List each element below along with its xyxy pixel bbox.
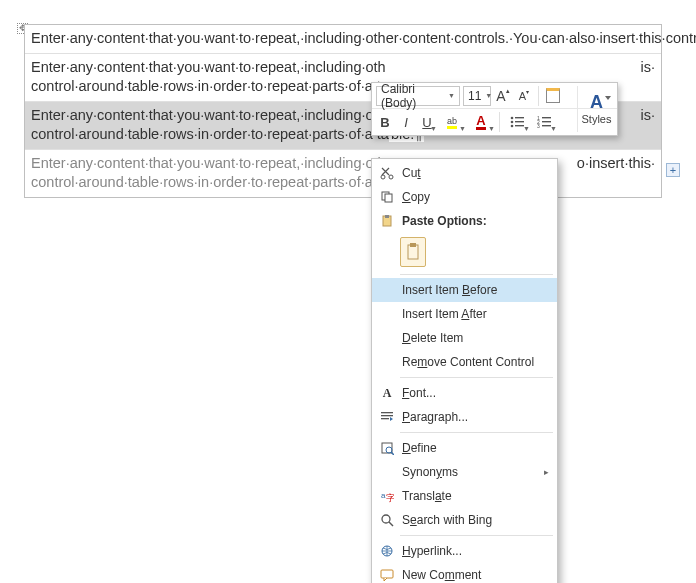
cell-text: o·insert·this· xyxy=(577,154,655,174)
svg-rect-17 xyxy=(385,215,389,218)
styles-label: Styles xyxy=(582,113,612,125)
svg-rect-19 xyxy=(410,243,416,247)
svg-point-4 xyxy=(511,125,514,128)
clipboard-icon xyxy=(376,214,398,228)
table-row[interactable]: Enter·any·content·that·you·want·to·repea… xyxy=(25,25,661,54)
bold-button[interactable]: B xyxy=(376,112,394,132)
svg-rect-22 xyxy=(381,418,389,419)
comment-icon xyxy=(376,568,398,582)
font-size-combo[interactable]: 11▼ xyxy=(463,86,491,106)
menu-cut[interactable]: Cut xyxy=(372,161,557,185)
svg-rect-31 xyxy=(381,570,393,578)
paragraph-icon xyxy=(376,411,398,423)
cell-text: control·around·table·rows·in·order·to·re… xyxy=(31,126,389,142)
font-icon: A xyxy=(376,386,398,401)
font-name-combo[interactable]: Calibri (Body)▼ xyxy=(376,86,460,106)
scissors-icon xyxy=(376,166,398,180)
underline-button[interactable]: U▼ xyxy=(418,112,436,132)
svg-point-2 xyxy=(511,121,514,124)
menu-search-bing[interactable]: Search with Bing xyxy=(372,508,557,532)
svg-point-12 xyxy=(381,175,385,179)
translate-icon: a字 xyxy=(376,489,398,503)
menu-paste-options: Paste Options: xyxy=(372,209,557,233)
svg-text:字: 字 xyxy=(386,493,394,503)
svg-rect-3 xyxy=(515,121,524,122)
menu-synonyms[interactable]: Synonyms ▸ xyxy=(372,460,557,484)
paste-keep-source-button[interactable] xyxy=(400,237,426,267)
paste-options-row xyxy=(372,233,557,271)
svg-text:3: 3 xyxy=(537,123,540,128)
numbering-button[interactable]: 123▼ xyxy=(532,112,556,132)
menu-delete-item[interactable]: Delete Item xyxy=(372,326,557,350)
highlight-button[interactable]: ab▼ xyxy=(439,112,465,132)
menu-insert-item-after[interactable]: Insert Item After xyxy=(372,302,557,326)
svg-rect-20 xyxy=(381,412,393,413)
context-menu: Cut Copy Paste Options: Insert Item Befo… xyxy=(371,158,558,583)
menu-paragraph[interactable]: Paragraph... xyxy=(372,405,557,429)
menu-hyperlink[interactable]: Hyperlink... xyxy=(372,539,557,563)
svg-rect-21 xyxy=(381,415,393,416)
menu-insert-item-before[interactable]: Insert Item Before xyxy=(372,278,557,302)
menu-translate[interactable]: a字 Translate xyxy=(372,484,557,508)
italic-button[interactable]: I xyxy=(397,112,415,132)
copy-icon xyxy=(376,190,398,204)
hyperlink-icon xyxy=(376,544,398,558)
menu-font[interactable]: A Font... xyxy=(372,381,557,405)
paste-options-label: Paste Options: xyxy=(402,214,487,228)
svg-point-28 xyxy=(382,515,390,523)
svg-point-0 xyxy=(511,117,514,120)
shrink-font-button[interactable]: A▾ xyxy=(515,86,533,106)
menu-new-comment[interactable]: New Comment xyxy=(372,563,557,583)
add-row-handle[interactable]: + xyxy=(666,163,680,177)
svg-rect-18 xyxy=(408,245,418,259)
menu-copy[interactable]: Copy xyxy=(372,185,557,209)
cell-text: Enter·any·content·that·you·want·to·repea… xyxy=(31,106,361,126)
svg-rect-15 xyxy=(385,194,392,202)
svg-rect-1 xyxy=(515,117,524,118)
format-painter-button[interactable] xyxy=(544,86,562,106)
grow-font-button[interactable]: A▴ xyxy=(494,86,512,106)
paintbrush-icon xyxy=(546,88,560,103)
cell-text: Enter·any·content·that·you·want·to·repea… xyxy=(31,58,361,97)
cell-text: is· xyxy=(641,58,656,78)
submenu-arrow-icon: ▸ xyxy=(544,467,549,477)
table-row[interactable]: Enter·any·content·that·you·want·to·repea… xyxy=(25,150,661,197)
define-icon xyxy=(376,441,398,455)
bullets-button[interactable]: ▼ xyxy=(505,112,529,132)
svg-line-29 xyxy=(389,522,393,526)
font-name-value: Calibri (Body) xyxy=(381,82,444,110)
svg-rect-7 xyxy=(542,117,551,118)
font-color-button[interactable]: A▼ xyxy=(468,112,494,132)
font-size-value: 11 xyxy=(468,89,481,103)
menu-define[interactable]: Define xyxy=(372,436,557,460)
mini-toolbar: Calibri (Body)▼ 11▼ A▴ A▾ B I U▼ ab▼ A▼ … xyxy=(371,82,618,136)
cell-text: is· xyxy=(641,106,656,126)
svg-rect-9 xyxy=(542,121,551,122)
cell-text: control·around·table·rows·in·order·to·re… xyxy=(31,173,655,193)
styles-button[interactable]: A Styles xyxy=(577,86,615,132)
menu-remove-content-control[interactable]: Remove Content Control xyxy=(372,350,557,374)
cell-text: Enter·any·content·that·you·want·to·repea… xyxy=(31,154,361,174)
svg-point-13 xyxy=(389,175,393,179)
search-icon xyxy=(376,513,398,527)
svg-line-25 xyxy=(391,452,394,455)
